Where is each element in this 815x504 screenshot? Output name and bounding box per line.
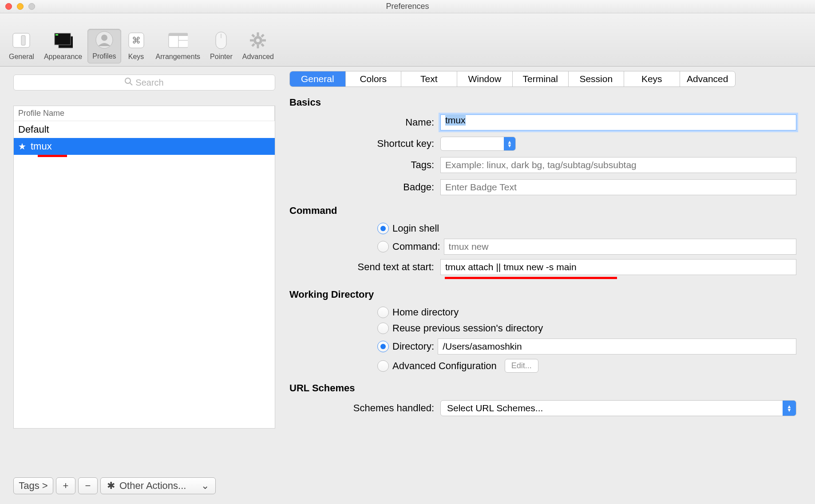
- svg-point-26: [125, 78, 131, 83]
- tab-profiles[interactable]: Profiles: [87, 29, 121, 63]
- tab-keys[interactable]: ⌘ Keys: [122, 30, 150, 63]
- svg-line-27: [130, 83, 132, 85]
- profile-main-panel: General Colors Text Window Terminal Sess…: [280, 67, 815, 504]
- svg-line-23: [261, 44, 264, 46]
- badge-label: Badge:: [289, 181, 440, 193]
- name-value: tmux: [445, 114, 466, 126]
- radio-login-shell[interactable]: [377, 223, 389, 234]
- dropdown-knob-icon: ▲▼: [783, 401, 796, 416]
- tab-profiles-label: Profiles: [92, 52, 116, 60]
- subtab-window[interactable]: Window: [457, 71, 513, 87]
- profile-table-header[interactable]: Profile Name: [14, 106, 275, 121]
- subtab-session[interactable]: Session: [569, 71, 625, 87]
- advanced-config-label: Advanced Configuration: [392, 360, 497, 372]
- profile-search-input[interactable]: Search: [13, 75, 275, 91]
- login-shell-label: Login shell: [392, 223, 439, 234]
- profile-row-default[interactable]: Default: [14, 121, 275, 138]
- other-actions-button[interactable]: ✱ Other Actions... ⌄: [100, 477, 216, 494]
- profile-name: Default: [18, 124, 49, 135]
- switch-icon: [12, 31, 31, 50]
- subtab-general[interactable]: General: [290, 71, 346, 87]
- svg-rect-13: [169, 33, 188, 36]
- dropdown-knob-icon: ▲▼: [504, 137, 515, 150]
- keys-icon: ⌘: [127, 31, 146, 50]
- title-bar: Preferences: [0, 0, 815, 13]
- arrangements-icon: [168, 31, 188, 50]
- tags-label: Tags:: [289, 159, 440, 171]
- search-placeholder: Search: [135, 78, 163, 88]
- shortcut-label: Shortcut key:: [289, 138, 440, 150]
- profile-footer-controls: Tags > + − ✱ Other Actions... ⌄: [13, 477, 216, 494]
- radio-command[interactable]: [377, 241, 389, 252]
- svg-rect-1: [21, 35, 25, 45]
- svg-rect-5: [55, 34, 58, 35]
- url-schemes-value: Select URL Schemes...: [447, 403, 543, 413]
- section-header-workdir: Working Directory: [289, 289, 796, 300]
- name-label: Name:: [289, 117, 440, 128]
- subtab-colors[interactable]: Colors: [346, 71, 402, 87]
- tab-general[interactable]: General: [4, 30, 39, 63]
- edit-button[interactable]: Edit...: [505, 359, 538, 373]
- annotation-underline: [38, 155, 67, 157]
- radio-home-directory[interactable]: [377, 307, 389, 318]
- tags-input[interactable]: [440, 157, 796, 173]
- svg-text:⌘: ⌘: [132, 35, 141, 45]
- remove-profile-button[interactable]: −: [78, 477, 98, 494]
- svg-point-7: [101, 35, 107, 41]
- tab-advanced-label: Advanced: [242, 53, 274, 61]
- tab-advanced[interactable]: Advanced: [238, 30, 278, 63]
- directory-label: Directory:: [392, 341, 434, 352]
- radio-advanced-config[interactable]: [377, 360, 389, 372]
- profile-icon: [95, 30, 114, 50]
- command-label: Command:: [392, 241, 440, 252]
- reuse-directory-label: Reuse previous session's directory: [392, 323, 543, 334]
- gear-icon: [248, 31, 268, 50]
- gear-icon: ✱: [107, 480, 115, 492]
- badge-input[interactable]: [440, 179, 796, 195]
- schemes-label: Schemes handled:: [289, 402, 440, 414]
- profile-name: tmux: [31, 141, 52, 152]
- subtab-keys[interactable]: Keys: [624, 71, 680, 87]
- plus-icon: +: [63, 480, 69, 492]
- profile-sidebar: Search Profile Name Default ★ tmux Tags …: [0, 67, 280, 504]
- subtab-text[interactable]: Text: [401, 71, 457, 87]
- add-profile-button[interactable]: +: [56, 477, 75, 494]
- search-icon: [125, 78, 133, 88]
- svg-point-17: [256, 39, 260, 42]
- toolbar: General Appearance Profiles ⌘ Keys Arran…: [0, 13, 815, 67]
- svg-line-24: [261, 35, 264, 37]
- section-header-url-schemes: URL Schemes: [289, 382, 796, 394]
- directory-input[interactable]: [438, 339, 796, 354]
- shortcut-dropdown[interactable]: ▲▼: [440, 137, 516, 151]
- send-text-label: Send text at start:: [289, 261, 440, 273]
- tab-pointer[interactable]: Pointer: [206, 30, 237, 63]
- command-input[interactable]: [444, 239, 796, 255]
- subtab-advanced[interactable]: Advanced: [680, 71, 736, 87]
- tab-appearance[interactable]: Appearance: [40, 30, 87, 63]
- profile-row-tmux[interactable]: ★ tmux: [14, 138, 275, 155]
- svg-line-25: [252, 44, 254, 46]
- tab-general-label: General: [9, 53, 34, 61]
- tab-arrangements-label: Arrangements: [156, 53, 201, 61]
- appearance-icon: [53, 31, 73, 50]
- profile-subtabs: General Colors Text Window Terminal Sess…: [289, 71, 736, 87]
- window-title: Preferences: [0, 2, 815, 11]
- send-text-input[interactable]: [440, 259, 796, 275]
- tab-appearance-label: Appearance: [44, 53, 82, 61]
- annotation-underline: [445, 277, 617, 279]
- section-header-basics: Basics: [289, 97, 796, 108]
- star-icon: ★: [18, 141, 26, 152]
- other-actions-label: Other Actions...: [119, 480, 186, 492]
- url-schemes-select[interactable]: Select URL Schemes... ▲▼: [440, 400, 796, 416]
- subtab-terminal[interactable]: Terminal: [513, 71, 569, 87]
- tags-filter-button[interactable]: Tags >: [13, 477, 53, 494]
- name-input[interactable]: tmux: [440, 114, 796, 130]
- profile-table: Profile Name Default ★ tmux: [13, 106, 275, 429]
- radio-directory[interactable]: [377, 341, 389, 352]
- chevron-down-icon: ⌄: [201, 480, 209, 492]
- radio-reuse-directory[interactable]: [377, 323, 389, 334]
- tab-pointer-label: Pointer: [210, 53, 233, 61]
- tab-arrangements[interactable]: Arrangements: [151, 30, 205, 63]
- home-directory-label: Home directory: [392, 307, 459, 318]
- tab-keys-label: Keys: [128, 53, 144, 61]
